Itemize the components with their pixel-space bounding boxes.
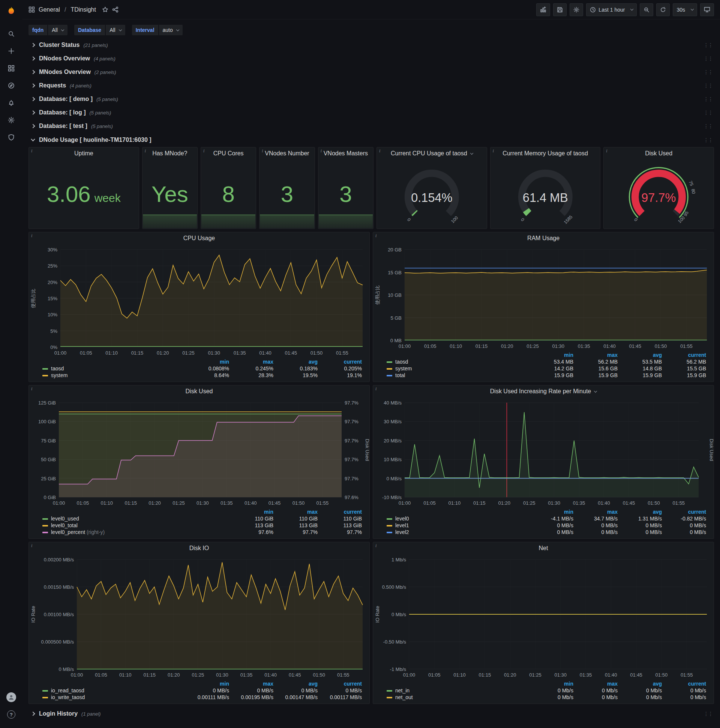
panel-info-icon[interactable]: i (379, 148, 380, 154)
panel-title[interactable]: RAM Usage (373, 232, 714, 244)
sidebar-item-profile[interactable] (4, 690, 19, 705)
panel-title[interactable]: CPU Cores (201, 147, 256, 159)
disk-io-chart[interactable]: 01:0001:0501:1001:1501:2001:2501:3001:35… (29, 554, 369, 681)
row-database-demo[interactable]: Database: [ demo ](5 panels)⋮⋮ (29, 92, 714, 106)
row-drag-handle[interactable]: ⋮⋮ (703, 711, 712, 717)
legend-col-avg[interactable]: avg (620, 508, 664, 515)
legend-series-level0_used[interactable]: level0_used (40, 515, 231, 522)
net-chart[interactable]: 01:0001:0501:1001:1501:2001:2501:3001:35… (373, 554, 714, 681)
sidebar-item-create[interactable] (4, 44, 19, 58)
legend-series-total[interactable]: total (384, 372, 531, 379)
save-dashboard-button[interactable] (553, 3, 567, 16)
sidebar-item-search[interactable] (4, 26, 19, 41)
panel-title[interactable]: Uptime (29, 147, 139, 159)
panel-title[interactable]: Disk Used (29, 385, 369, 398)
variable-value-dropdown[interactable]: All (48, 25, 67, 35)
legend-col-avg[interactable]: avg (276, 681, 320, 687)
panel-info-icon[interactable]: i (375, 386, 377, 392)
row-drag-handle[interactable]: ⋮⋮ (703, 96, 712, 102)
legend-col-current[interactable]: current (664, 681, 708, 687)
legend-col-current[interactable]: current (664, 508, 708, 515)
cpu-usage-chart[interactable]: 01:0001:0501:1001:1501:2001:2501:3001:35… (29, 244, 369, 358)
row-drag-handle[interactable]: ⋮⋮ (703, 110, 712, 116)
refresh-button[interactable] (656, 3, 670, 16)
legend-series-level2[interactable]: level2 (384, 529, 531, 535)
variable-value-dropdown[interactable]: auto (159, 25, 183, 35)
panel-title[interactable]: Current Memory Usage of taosd (491, 147, 600, 159)
legend-col-min[interactable]: min (187, 358, 231, 365)
breadcrumb-folder[interactable]: General (39, 6, 60, 13)
row-mnodes-overview[interactable]: MNodes Overview(2 panels)⋮⋮ (29, 65, 714, 79)
panel-info-icon[interactable]: i (262, 148, 263, 154)
sidebar-item-explore[interactable] (4, 78, 19, 93)
legend-col-current[interactable]: current (320, 681, 364, 687)
panel-info-icon[interactable]: i (31, 543, 32, 549)
page-title[interactable]: TDinsight (70, 6, 96, 13)
panel-info-icon[interactable]: i (493, 148, 494, 154)
refresh-interval-picker[interactable]: 30s (673, 3, 697, 16)
legend-col-max[interactable]: max (576, 681, 620, 687)
chart-svg-disk_rate[interactable]: 01:0001:0501:1001:1501:2001:2501:3001:35… (373, 398, 714, 508)
row-database-log[interactable]: Database: [ log ](5 panels)⋮⋮ (29, 106, 714, 119)
chart-svg-cpu_usage[interactable]: 01:0001:0501:1001:1501:2001:2501:3001:35… (29, 244, 369, 358)
legend-series-net_out[interactable]: net_out (384, 694, 531, 700)
panel-info-icon[interactable]: i (31, 233, 32, 239)
ram-usage-chart[interactable]: 01:0001:0501:1001:1501:2001:2501:3001:35… (373, 244, 714, 352)
chart-svg-net[interactable]: 01:0001:0501:1001:1501:2001:2501:3001:35… (373, 554, 714, 681)
panel-info-icon[interactable]: i (145, 148, 146, 154)
row-login-history[interactable]: Login History (1 panel) ⋮⋮ (29, 707, 714, 720)
time-range-picker[interactable]: Last 1 hour (586, 3, 637, 16)
panel-title[interactable]: Has MNode? (142, 147, 197, 159)
panel-info-icon[interactable]: i (606, 148, 607, 154)
panel-info-icon[interactable]: i (375, 543, 377, 549)
sidebar-item-alerting[interactable] (4, 95, 19, 110)
legend-col-min[interactable]: min (531, 508, 576, 515)
legend-series-system[interactable]: system (384, 365, 531, 372)
legend-col-min[interactable]: min (531, 352, 576, 358)
legend-col-min[interactable]: min (231, 508, 276, 515)
legend-col-avg[interactable]: avg (276, 358, 320, 365)
sidebar-item-configuration[interactable] (4, 113, 19, 128)
panel-title[interactable]: VNodes Number (259, 147, 314, 159)
grafana-logo[interactable] (4, 4, 19, 19)
legend-col-current[interactable]: current (320, 508, 364, 515)
chart-svg-disk_used[interactable]: 01:0001:0501:1001:1501:2001:2501:3001:35… (29, 398, 369, 508)
row-drag-handle[interactable]: ⋮⋮ (703, 69, 712, 75)
variable-interval[interactable]: Interval auto (132, 25, 183, 35)
legend-col-max[interactable]: max (576, 352, 620, 358)
panel-info-icon[interactable]: i (31, 386, 32, 392)
legend-series-level1[interactable]: level1 (384, 522, 531, 529)
legend-col-avg[interactable]: avg (620, 352, 664, 358)
sidebar-item-server-admin[interactable] (4, 130, 19, 145)
legend-series-net_in[interactable]: net_in (384, 687, 531, 694)
legend-col-max[interactable]: max (231, 358, 276, 365)
variable-database[interactable]: Database All (74, 25, 125, 35)
panel-info-icon[interactable]: i (375, 233, 377, 239)
legend-col-min[interactable]: min (531, 681, 576, 687)
legend-series-level0[interactable]: level0 (384, 515, 531, 522)
legend-series-taosd[interactable]: taosd (384, 358, 531, 365)
kiosk-mode-button[interactable] (700, 3, 714, 16)
row-cluster-status[interactable]: Cluster Status(21 panels)⋮⋮ (29, 38, 714, 52)
panel-title[interactable]: Net (373, 542, 714, 554)
row-drag-handle[interactable]: ⋮⋮ (703, 55, 712, 61)
legend-col-current[interactable]: current (320, 358, 364, 365)
legend-series-level0_total[interactable]: level0_total (40, 522, 231, 529)
legend-col-max[interactable]: max (231, 681, 276, 687)
row-drag-handle[interactable]: ⋮⋮ (703, 137, 712, 143)
row-drag-handle[interactable]: ⋮⋮ (703, 123, 712, 129)
star-icon[interactable] (102, 6, 108, 13)
row-drag-handle[interactable]: ⋮⋮ (703, 42, 712, 48)
sidebar-item-help[interactable]: ? (4, 707, 19, 722)
panel-info-icon[interactable]: i (31, 148, 32, 154)
variable-fqdn[interactable]: fqdn All (29, 25, 67, 35)
chart-svg-ram_usage[interactable]: 01:0001:0501:1001:1501:2001:2501:3001:35… (373, 244, 714, 352)
row-dnode-usage[interactable]: DNode Usage [ huolinhe-TM1701:6030 ] ⋮⋮ (29, 133, 714, 147)
legend-col-current[interactable]: current (664, 352, 708, 358)
panel-info-icon[interactable]: i (203, 148, 204, 154)
legend-series-io_read_taosd[interactable]: io_read_taosd (40, 687, 187, 694)
panel-title[interactable]: Disk Used (604, 147, 714, 159)
dashboard-settings-button[interactable] (570, 3, 583, 16)
sidebar-item-dashboards[interactable] (4, 61, 19, 76)
chart-svg-disk_io[interactable]: 01:0001:0501:1001:1501:2001:2501:3001:35… (29, 554, 369, 681)
